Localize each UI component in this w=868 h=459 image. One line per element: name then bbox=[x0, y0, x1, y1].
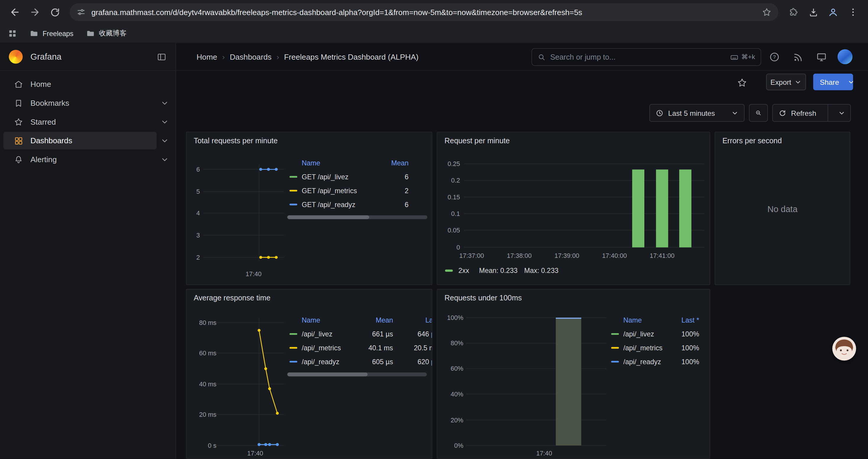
share-button[interactable]: Share bbox=[813, 73, 853, 90]
series-name[interactable]: GET /api/_readyz bbox=[302, 201, 383, 208]
refresh-main[interactable]: Refresh bbox=[773, 109, 822, 117]
svg-text:?: ? bbox=[773, 54, 776, 60]
browser-toolbar: grafana.mathmast.com/d/deytv4rwavabkb/fr… bbox=[0, 0, 868, 24]
news-button[interactable] bbox=[791, 51, 804, 64]
legend-col-name[interactable]: Name bbox=[623, 317, 674, 324]
bookmark-folder-freeleaps[interactable]: Freeleaps bbox=[29, 29, 73, 38]
sidebar-item-bookmarks[interactable]: Bookmarks bbox=[0, 94, 176, 112]
legend-col-mean[interactable]: Mean bbox=[383, 160, 409, 167]
site-info-icon[interactable] bbox=[76, 7, 86, 17]
sidebar-item-label: Alerting bbox=[30, 155, 57, 164]
scrollbar-thumb[interactable] bbox=[287, 215, 369, 219]
bookmark-icon bbox=[14, 98, 23, 108]
help-button[interactable]: ? bbox=[768, 51, 781, 64]
series-name[interactable]: /api/_livez bbox=[302, 330, 354, 338]
y-tick: 40 ms bbox=[186, 380, 216, 388]
chevron-down-icon[interactable] bbox=[160, 155, 169, 164]
legend-bottom: 2xx Mean: 0.233 Max: 0.233 bbox=[445, 267, 558, 274]
browser-profile-button[interactable] bbox=[824, 3, 843, 22]
series-last: 100% bbox=[674, 358, 699, 365]
series-name[interactable]: /api/_readyz bbox=[302, 358, 354, 365]
series-name[interactable]: GET /api/_livez bbox=[302, 173, 383, 181]
series-name[interactable]: GET /api/_metrics bbox=[302, 187, 383, 194]
breadcrumb-home[interactable]: Home bbox=[196, 52, 217, 61]
legend-scrollbar[interactable] bbox=[287, 215, 427, 219]
assistant-avatar-button[interactable] bbox=[832, 336, 856, 361]
series-last: 100% bbox=[674, 330, 699, 338]
sidebar-item-starred[interactable]: Starred bbox=[0, 112, 176, 131]
chevron-down-icon[interactable] bbox=[160, 118, 169, 126]
refresh-button[interactable]: Refresh bbox=[772, 104, 851, 122]
star-outline-icon bbox=[737, 77, 747, 88]
refresh-interval-button[interactable] bbox=[833, 109, 849, 117]
brand-name: Grafana bbox=[30, 52, 61, 62]
help-icon: ? bbox=[769, 52, 780, 62]
time-range-label: Last 5 minutes bbox=[668, 109, 715, 117]
extensions-button[interactable] bbox=[784, 3, 803, 22]
panel-title[interactable]: Errors per second bbox=[722, 137, 782, 145]
legend-row: /api/_metrics 40.1 ms 20.5 ms bbox=[286, 341, 433, 355]
legend-col-name[interactable]: Name bbox=[302, 160, 383, 167]
browser-menu-button[interactable] bbox=[844, 3, 863, 22]
legend-col-mean[interactable]: Mean bbox=[354, 317, 393, 324]
zoom-out-button[interactable] bbox=[749, 104, 768, 122]
reload-button[interactable] bbox=[45, 3, 64, 22]
user-avatar[interactable] bbox=[838, 49, 852, 64]
share-menu-button[interactable] bbox=[845, 73, 853, 90]
url-bar[interactable]: grafana.mathmast.com/d/deytv4rwavabkb/fr… bbox=[70, 3, 778, 21]
series-name[interactable]: /api/_metrics bbox=[302, 344, 354, 352]
series-name[interactable]: /api/_metrics bbox=[623, 344, 674, 352]
series-name[interactable]: /api/_livez bbox=[623, 330, 674, 338]
refresh-label: Refresh bbox=[791, 109, 816, 117]
dashboards-grid-icon bbox=[14, 136, 23, 145]
chevron-down-icon bbox=[838, 109, 845, 117]
sidebar-item-home[interactable]: Home bbox=[0, 75, 176, 94]
back-button[interactable] bbox=[6, 3, 25, 22]
y-tick: 60% bbox=[437, 365, 463, 372]
sidebar-item-dashboards[interactable]: Dashboards bbox=[0, 131, 176, 150]
series-name[interactable]: 2xx bbox=[458, 267, 469, 274]
bookmark-star-icon[interactable] bbox=[762, 7, 772, 17]
favorite-dashboard-button[interactable] bbox=[735, 76, 748, 89]
bookmark-folder-blogs[interactable]: 收藏博客 bbox=[86, 29, 127, 38]
kebab-menu-icon bbox=[848, 7, 858, 17]
chevron-down-icon bbox=[731, 109, 738, 117]
tv-mode-button[interactable] bbox=[815, 51, 828, 64]
legend-col-last[interactable]: Last * bbox=[674, 317, 699, 324]
legend-col-last[interactable]: Last bbox=[393, 317, 432, 324]
legend-table: Name Last * /api/_livez 100% /api/_metri… bbox=[611, 314, 703, 380]
sidebar-item-alerting[interactable]: Alerting bbox=[0, 150, 176, 169]
sidebar-item-label: Dashboards bbox=[30, 136, 72, 145]
sidebar-item-label: Bookmarks bbox=[30, 99, 69, 107]
y-tick: 0 bbox=[437, 243, 460, 251]
chevron-down-icon[interactable] bbox=[160, 99, 169, 107]
download-icon bbox=[808, 7, 819, 18]
series-color-dash bbox=[289, 203, 297, 205]
series-mean: Mean: 0.233 bbox=[479, 267, 518, 274]
legend-scrollbar[interactable] bbox=[287, 372, 427, 376]
url-text[interactable]: grafana.mathmast.com/d/deytv4rwavabkb/fr… bbox=[91, 8, 756, 17]
chevron-down-icon bbox=[847, 78, 853, 85]
apps-grid-icon[interactable] bbox=[8, 29, 17, 38]
search-shortcut: ⌘+k bbox=[730, 53, 755, 61]
sidebar-collapse-button[interactable] bbox=[157, 52, 167, 62]
search-box[interactable]: ⌘+k bbox=[531, 48, 761, 66]
scrollbar-thumb[interactable] bbox=[287, 372, 368, 376]
extensions-puzzle-icon bbox=[788, 7, 798, 17]
y-tick: 0.2 bbox=[437, 177, 460, 184]
main-content: Home › Dashboards › Freeleaps Metrics Da… bbox=[176, 43, 868, 459]
search-input[interactable] bbox=[550, 53, 725, 61]
breadcrumb-dashboards[interactable]: Dashboards bbox=[230, 52, 272, 61]
downloads-button[interactable] bbox=[804, 3, 823, 22]
legend-col-name[interactable]: Name bbox=[302, 317, 354, 324]
time-range-picker[interactable]: Last 5 minutes bbox=[649, 104, 745, 122]
legend-header: Name Mean bbox=[286, 157, 428, 170]
chevron-down-icon bbox=[795, 78, 802, 85]
grafana-logo[interactable] bbox=[9, 50, 23, 64]
panel-left-icon bbox=[157, 52, 167, 62]
export-button[interactable]: Export bbox=[766, 73, 806, 90]
folder-icon bbox=[29, 29, 39, 38]
chevron-down-icon[interactable] bbox=[160, 136, 169, 145]
series-name[interactable]: /api/_readyz bbox=[623, 358, 674, 365]
forward-button[interactable] bbox=[25, 3, 44, 22]
